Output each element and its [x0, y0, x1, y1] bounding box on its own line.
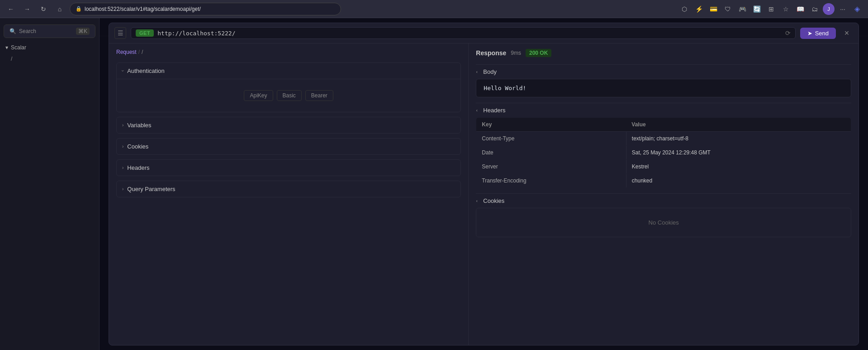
value-column-header: Value	[626, 118, 851, 132]
favorite-button[interactable]: ☆	[779, 3, 792, 15]
sidebar: 🔍 Search ⌘K ▾ Scalar /	[0, 18, 100, 350]
security-button[interactable]: 🛡	[721, 3, 734, 15]
url-bar: GET ⟳	[131, 27, 796, 39]
auth-tab-bearer[interactable]: Bearer	[305, 90, 333, 101]
header-value: text/plain; charset=utf-8	[626, 132, 851, 146]
main-layout: 🔍 Search ⌘K ▾ Scalar / http://localhost:…	[0, 18, 868, 350]
tab-button[interactable]: ⊞	[765, 3, 778, 15]
auth-tab-apikey[interactable]: ApiKey	[244, 90, 273, 101]
send-label: Send	[815, 30, 829, 37]
variables-header[interactable]: › Variables	[117, 117, 460, 133]
body-chevron: ⌄	[475, 70, 480, 74]
response-cookies-header[interactable]: ⌄ Cookies	[476, 193, 851, 208]
response-panel: Response 9ms 200 OK ⌄	[469, 43, 859, 345]
cookies-chevron: ›	[122, 144, 123, 149]
headers-header[interactable]: › Headers	[117, 160, 460, 176]
cookies-section-label: Cookies	[127, 143, 148, 150]
status-code: 200	[529, 50, 538, 56]
variables-section: › Variables	[116, 117, 461, 134]
performance-button[interactable]: ⚡	[693, 3, 705, 15]
home-button[interactable]: ⌂	[53, 3, 66, 15]
cookies-response-chevron: ⌄	[475, 199, 480, 203]
search-bar[interactable]: 🔍 Search ⌘K	[4, 24, 95, 38]
copilot-button[interactable]: ◈	[851, 3, 863, 15]
sidebar-icon: ☰	[118, 29, 123, 37]
chevron-down-icon: ▾	[5, 44, 8, 51]
query-parameters-section: › Query Parameters	[116, 181, 461, 197]
history-icon: ⟳	[785, 29, 791, 37]
sidebar-scalar-label: Scalar	[11, 44, 26, 51]
forward-button[interactable]: →	[21, 3, 33, 15]
back-button[interactable]: ←	[5, 3, 17, 15]
request-panel: Request / / › Authentication	[109, 43, 469, 345]
refresh-button[interactable]: ↻	[37, 3, 50, 15]
cookies-header[interactable]: › Cookies	[117, 139, 460, 154]
lock-icon: 🔒	[76, 6, 82, 12]
response-label: Response	[476, 49, 506, 57]
headers-response-label: Headers	[483, 107, 505, 114]
breadcrumb-request: Request	[116, 49, 137, 55]
sidebar-toggle-button[interactable]: ☰	[114, 27, 126, 39]
extensions-button[interactable]: ⬡	[678, 3, 691, 15]
response-body-header[interactable]: ⌄ Body	[476, 64, 851, 79]
sync-button[interactable]: 🔄	[750, 3, 763, 15]
status-ok: OK	[540, 50, 548, 56]
modal-body: Request / / › Authentication	[109, 43, 859, 345]
back-icon: ←	[8, 5, 14, 13]
reading-button[interactable]: 📖	[794, 3, 806, 15]
header-key: Server	[476, 160, 626, 174]
authentication-content: ApiKey Basic Bearer	[117, 79, 460, 112]
auth-tabs: ApiKey Basic Bearer	[122, 85, 455, 106]
cookies-section: › Cookies	[116, 138, 461, 155]
cookies-content: No Cookies	[476, 208, 851, 237]
response-header-row: Response 9ms 200 OK	[476, 49, 851, 57]
sidebar-section-scalar: ▾ Scalar /	[0, 42, 99, 64]
collections-button[interactable]: 🗂	[808, 3, 821, 15]
refresh-icon: ↻	[41, 5, 46, 13]
body-text: Hello World!	[484, 85, 526, 91]
close-modal-button[interactable]: ×	[840, 27, 853, 39]
response-time: 9ms	[511, 50, 521, 56]
browser-chrome: ← → ↻ ⌂ 🔒 localhost:5222/scalar/v1#tag/s…	[0, 0, 868, 18]
forward-icon: →	[24, 5, 30, 13]
content-area: http://localhost:5222 CLIENT LIBRARIES ☰…	[100, 18, 868, 350]
more-button[interactable]: ···	[836, 3, 849, 15]
headers-chevron: ›	[122, 165, 123, 170]
url-history-button[interactable]: ⟳	[785, 29, 791, 37]
sidebar-section-title[interactable]: ▾ Scalar	[0, 42, 99, 53]
response-body-section: ⌄ Body Hello World!	[476, 64, 851, 97]
cookies-response-label: Cookies	[483, 197, 504, 204]
url-input[interactable]	[157, 30, 781, 37]
authentication-chevron: ›	[120, 70, 125, 72]
wallet-button[interactable]: 💳	[707, 3, 720, 15]
modal-header: ☰ GET ⟳ ➤ Send ×	[109, 23, 859, 43]
table-row: ServerKestrel	[476, 160, 851, 174]
sidebar-item-label: /	[11, 56, 12, 62]
address-text: localhost:5222/scalar/v1#tag/scalardemoa…	[85, 6, 201, 12]
status-badge: 200 OK	[526, 49, 551, 57]
response-headers-header[interactable]: ⌄ Headers	[476, 103, 851, 117]
headers-table-header-row: Key Value	[476, 118, 851, 132]
avatar[interactable]: J	[823, 3, 835, 15]
table-row: Transfer-Encodingchunked	[476, 174, 851, 188]
header-key: Transfer-Encoding	[476, 174, 626, 188]
header-value: chunked	[626, 174, 851, 188]
query-parameters-header[interactable]: › Query Parameters	[117, 181, 460, 197]
authentication-section: › Authentication ApiKey Basic Bearer	[116, 62, 461, 112]
send-button[interactable]: ➤ Send	[800, 28, 836, 39]
gamepad-button[interactable]: 🎮	[736, 3, 749, 15]
headers-section-label: Headers	[127, 164, 149, 171]
response-cookies-section: ⌄ Cookies No Cookies	[476, 193, 851, 237]
response-body-content: Hello World!	[476, 79, 851, 97]
search-label: Search	[19, 28, 36, 34]
query-parameters-chevron: ›	[122, 187, 123, 192]
table-row: Content-Typetext/plain; charset=utf-8	[476, 132, 851, 146]
authentication-header[interactable]: › Authentication	[117, 63, 460, 79]
header-value: Kestrel	[626, 160, 851, 174]
query-parameters-label: Query Parameters	[127, 186, 175, 192]
auth-tab-basic[interactable]: Basic	[277, 90, 302, 101]
header-key: Date	[476, 146, 626, 160]
variables-chevron: ›	[122, 123, 123, 128]
sidebar-item-root[interactable]: /	[0, 53, 99, 64]
address-bar[interactable]: 🔒 localhost:5222/scalar/v1#tag/scalardem…	[70, 3, 341, 15]
